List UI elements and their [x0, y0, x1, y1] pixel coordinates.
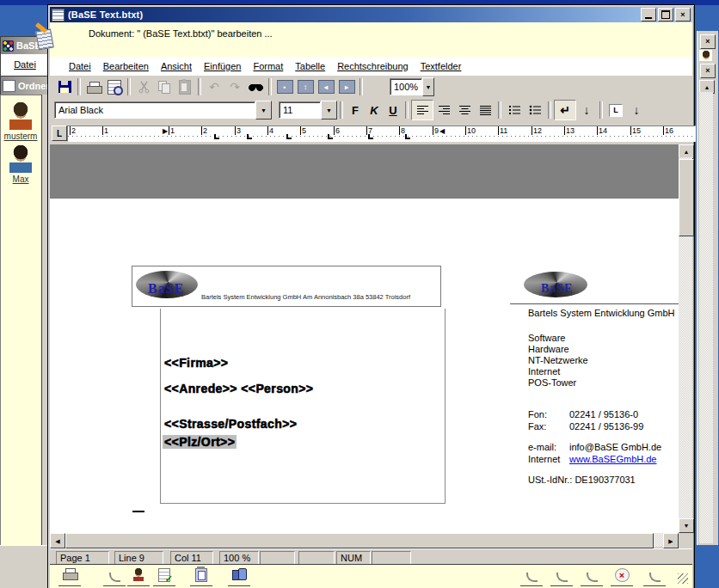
font-size-combobox[interactable]: 11 ▼ — [279, 101, 337, 119]
menu-rechtschreibung[interactable]: Rechtschreibung — [337, 61, 409, 71]
pipe-tool-button-4[interactable] — [581, 568, 603, 586]
redo-button[interactable]: ↷ — [224, 77, 245, 96]
sidebar-menu-datei[interactable]: Datei — [14, 59, 36, 70]
user-avatar-musterm[interactable] — [8, 102, 34, 130]
menu-tabelle[interactable]: Tabelle — [295, 61, 325, 71]
textfield-button-2[interactable]: ↕ — [295, 77, 316, 96]
vertical-scrollbar[interactable]: ▲ ▼ — [679, 144, 692, 533]
underline-button[interactable]: U — [384, 101, 403, 119]
vertical-scroll-thumb[interactable] — [679, 159, 694, 236]
tab-type-button[interactable]: L — [605, 101, 626, 119]
placeholder-strasse[interactable]: <<Strasse/Postfach>> — [164, 417, 297, 431]
scroll-down-button[interactable]: ▼ — [679, 518, 694, 533]
paste-icon — [179, 80, 191, 95]
user-link-musterm[interactable]: musterm — [1, 132, 40, 141]
bg-window-close-button-1[interactable]: × — [700, 34, 716, 49]
ruler-tab-stop — [247, 134, 252, 139]
print-button[interactable] — [83, 77, 104, 96]
cut-button[interactable] — [133, 77, 154, 96]
menu-bearbeiten[interactable]: Bearbeiten — [103, 61, 149, 71]
paste-button[interactable] — [175, 77, 195, 96]
resize-grip[interactable] — [678, 573, 688, 584]
redo-icon: ↷ — [230, 80, 240, 94]
scroll-left-button[interactable]: ◀ — [50, 533, 65, 548]
pipe-tool-button-1[interactable] — [103, 568, 126, 586]
font-size-dropdown-button[interactable]: ▼ — [321, 101, 337, 119]
align-right-button[interactable] — [433, 101, 454, 119]
pipe-icon — [649, 573, 661, 582]
ruler-number: 14 — [597, 126, 607, 135]
service-item: Internet — [528, 366, 560, 377]
window-titlebar[interactable]: (BaSE Text.btxt) × — [50, 7, 692, 22]
ruler-number: 1 — [169, 126, 175, 135]
placeholder-firma[interactable]: <<Firma>> — [164, 356, 228, 370]
service-item: Software — [528, 333, 565, 343]
scrollbar-corner — [679, 533, 692, 547]
pipe-tool-button-2[interactable] — [520, 568, 543, 586]
copy-button[interactable] — [154, 77, 175, 96]
ruler-strip[interactable]: 211234567891011121314151617▶◀ — [67, 126, 696, 142]
cut-icon — [138, 81, 151, 94]
undo-button[interactable]: ↶ — [204, 77, 224, 96]
maximize-button[interactable] — [658, 8, 673, 21]
user-link-max[interactable]: Max — [1, 175, 40, 184]
textfield-button-1[interactable]: ▪ — [274, 77, 295, 96]
menu-einfuegen[interactable]: Einfügen — [204, 61, 241, 71]
italic-button[interactable]: K — [365, 101, 384, 119]
menu-datei[interactable]: Datei — [69, 61, 91, 71]
placeholder-anrede-person[interactable]: <<Anrede>> <<Person>> — [164, 382, 313, 395]
quick-print-button[interactable] — [58, 568, 81, 586]
bg-window-close-button-2[interactable]: × — [700, 64, 716, 78]
ruler-tab-stop — [405, 134, 410, 139]
ruler-number: 11 — [498, 126, 507, 135]
font-name-combobox[interactable]: Arial Black ▼ — [54, 101, 272, 119]
scroll-left-icon: ◀ — [55, 538, 59, 544]
pipe-tool-button-5[interactable] — [643, 568, 666, 586]
placeholder-plz-ort[interactable]: <<Plz/Ort>> — [163, 435, 237, 449]
zoom-combobox[interactable]: 100% ▼ — [390, 78, 434, 95]
export-button[interactable] — [228, 568, 250, 586]
pipe-icon — [556, 573, 568, 582]
textfield-button-3[interactable]: ◂ — [316, 77, 336, 96]
blue-documents-icon — [232, 568, 246, 580]
horizontal-scroll-thumb[interactable] — [65, 533, 654, 548]
save-button[interactable] — [54, 77, 75, 96]
menu-textfelder[interactable]: Textfelder — [421, 61, 462, 71]
line-break-button[interactable]: ↵ — [554, 100, 576, 120]
menu-format[interactable]: Format — [253, 61, 283, 71]
print-preview-button[interactable] — [104, 77, 125, 96]
clipboard-button[interactable] — [190, 568, 212, 586]
ordner-window-title: Ordner — [18, 81, 50, 91]
menu-ansicht[interactable]: Ansicht — [161, 61, 192, 71]
numbered-list-button[interactable] — [504, 101, 525, 119]
horizontal-scrollbar[interactable]: ◀ ▶ — [50, 533, 692, 548]
zoom-dropdown-button[interactable]: ▼ — [422, 77, 434, 96]
align-left-button[interactable] — [411, 100, 433, 120]
ruler-tab-selector[interactable]: L — [52, 126, 67, 141]
close-button[interactable]: × — [675, 8, 691, 21]
spellcheck-button[interactable] — [153, 568, 175, 586]
bg-scrollbar-track[interactable] — [699, 92, 713, 543]
font-name-dropdown-button[interactable]: ▼ — [255, 101, 272, 119]
textfield-button-4[interactable]: ▸ — [336, 77, 357, 96]
bg-avatar-fragment — [699, 50, 712, 61]
document-area[interactable]: BaSE Bartels System Entwicklung GmbH Am … — [50, 144, 679, 533]
toolbar-separator — [360, 78, 363, 95]
website-link[interactable]: www.BaSEGmbH.de — [569, 454, 656, 464]
user-avatar-max[interactable] — [8, 145, 34, 173]
contact-button[interactable] — [127, 568, 150, 586]
scroll-right-button[interactable]: ▶ — [663, 533, 679, 548]
insert-down-button[interactable]: ↓ — [626, 101, 647, 119]
horizontal-scroll-track[interactable] — [654, 533, 663, 547]
minimize-button[interactable] — [641, 8, 656, 21]
paragraph-down-button[interactable]: ↓ — [576, 101, 597, 119]
cancel-button[interactable]: × — [611, 568, 633, 586]
align-justify-button[interactable] — [475, 101, 495, 119]
bullet-list-button[interactable] — [525, 101, 545, 119]
find-button[interactable] — [245, 77, 266, 96]
bold-button[interactable]: F — [346, 101, 365, 119]
align-center-button[interactable] — [454, 101, 475, 119]
pipe-tool-button-3[interactable] — [550, 568, 573, 586]
ruler-number: 6 — [334, 126, 340, 135]
toolbar-separator — [268, 78, 272, 95]
